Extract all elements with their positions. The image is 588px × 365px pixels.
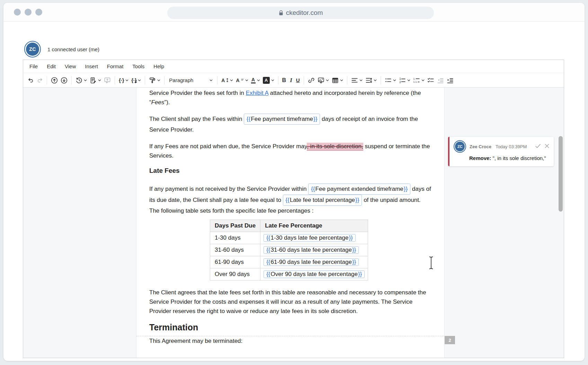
underline-icon: U	[296, 77, 300, 83]
chevron-down-icon	[340, 79, 343, 81]
discard-suggestion-button[interactable]	[544, 143, 550, 150]
merge-field-chip[interactable]: {{Fee payment timeframe}}	[244, 114, 320, 125]
table-header-cell: Late Fee Percentage	[260, 220, 368, 232]
paragraph: The Client agrees that the late fees set…	[149, 288, 432, 316]
paragraph: This Agreement may be terminated:	[149, 336, 432, 346]
history-clock-icon	[75, 77, 82, 84]
exhibit-a-link[interactable]: Exhibit A	[246, 90, 268, 96]
user-avatar: ZC	[24, 41, 41, 57]
url-text: ckeditor.com	[286, 9, 323, 17]
merge-field-chip[interactable]: {{Late fee total percentage}}	[283, 195, 362, 206]
italic-button[interactable]: I	[287, 75, 295, 86]
late-fee-table[interactable]: Days Past Due Late Fee Percentage 1-30 d…	[210, 220, 368, 281]
track-changes-button[interactable]	[88, 75, 103, 86]
window-controls[interactable]	[14, 9, 42, 16]
add-comment-button[interactable]	[103, 75, 112, 86]
link-icon	[308, 77, 315, 84]
window-minimize-button[interactable]	[25, 9, 32, 16]
tracked-deletion[interactable]: , in its sole discretion,	[307, 143, 363, 151]
toolbar-separator	[278, 76, 278, 84]
late-fees-heading: Late Fees	[149, 167, 432, 175]
comment-body: Remove: ", in its sole discretion,"	[469, 155, 550, 162]
to-do-list-button[interactable]	[426, 75, 436, 86]
address-bar[interactable]: ckeditor.com	[167, 7, 434, 19]
decrease-indent-button[interactable]	[436, 75, 445, 86]
connected-users-label: 1 connected user (me)	[47, 46, 99, 52]
multi-level-list-button[interactable]: 1.1.1.	[412, 75, 426, 86]
table-header-row: Days Past Due Late Fee Percentage	[210, 220, 368, 232]
document-page[interactable]: Service Provider the fees set forth in E…	[136, 88, 445, 358]
text-alignment-button[interactable]	[350, 75, 364, 86]
numbered-list-button[interactable]: 12	[398, 75, 412, 86]
line-height-button[interactable]	[364, 75, 378, 86]
insert-table-button[interactable]	[330, 75, 345, 86]
paragraph-style-dropdown[interactable]: Paragraph	[167, 75, 215, 86]
table-row: 1-30 days {{1-30 days late fee percentag…	[210, 232, 368, 244]
toolbar-separator	[217, 76, 217, 84]
window-zoom-button[interactable]	[35, 9, 42, 16]
paragraph: Service Provider the fees set forth in E…	[149, 88, 432, 107]
chevron-down-icon	[374, 79, 377, 81]
merge-field-chip[interactable]: {{1-30 days late fee percentage}}	[264, 234, 356, 242]
font-color-button[interactable]: A	[250, 75, 261, 86]
bulleted-list-button[interactable]	[383, 75, 398, 86]
chevron-down-icon	[138, 79, 141, 81]
outdent-icon	[437, 77, 444, 84]
merge-field-preview-button[interactable]: {·}	[130, 75, 142, 86]
import-document-button[interactable]	[50, 75, 59, 86]
text-cursor-pointer	[428, 256, 434, 271]
export-document-button[interactable]	[59, 75, 69, 86]
menu-format[interactable]: Format	[103, 60, 128, 73]
merge-field-icon: {·}	[119, 77, 124, 83]
menu-edit[interactable]: Edit	[42, 60, 60, 73]
comment-card[interactable]: ZC Zee Croce Today 03:39PM Remove: ", in…	[448, 137, 554, 166]
toolbar-separator	[145, 76, 145, 84]
chevron-down-icon	[210, 79, 213, 81]
link-button[interactable]	[306, 75, 316, 86]
font-background-color-button[interactable]: A	[261, 75, 276, 86]
window-close-button[interactable]	[14, 9, 21, 16]
menu-tools[interactable]: Tools	[128, 60, 149, 73]
editor-frame: File Edit View Insert Format Tools Help …	[23, 60, 564, 358]
download-circle-icon	[61, 77, 68, 84]
numbered-list-icon: 12	[399, 77, 406, 84]
menu-insert[interactable]: Insert	[80, 60, 103, 73]
accept-suggestion-button[interactable]	[535, 143, 541, 150]
chevron-down-icon	[393, 79, 396, 81]
insert-image-button[interactable]	[316, 75, 330, 86]
merge-field-chip[interactable]: {{61-90 days late fee percentage}}	[264, 258, 359, 266]
font-size-button[interactable]: A	[220, 75, 234, 86]
comment-avatar: ZC	[454, 140, 466, 153]
font-color-icon: A	[251, 77, 256, 83]
chevron-down-icon	[245, 79, 248, 81]
upload-circle-icon	[51, 77, 58, 84]
font-background-color-icon: A	[263, 77, 270, 84]
editor-menubar: File Edit View Insert Format Tools Help	[23, 60, 564, 73]
paragraph: If any Fees are not paid when due, the S…	[149, 142, 432, 160]
merge-field-chip[interactable]: {{Over 90 days late fee percentage}}	[264, 270, 365, 278]
undo-button[interactable]	[26, 75, 35, 86]
merge-field-chip[interactable]: {{31-60 days late fee percentage}}	[264, 246, 359, 254]
menu-view[interactable]: View	[60, 60, 80, 73]
lock-icon	[278, 10, 284, 16]
redo-button[interactable]	[35, 75, 44, 86]
merge-field-button[interactable]: {·}	[117, 75, 130, 86]
page-break-line: 2	[136, 336, 444, 336]
toolbar-separator	[115, 76, 115, 84]
chevron-down-icon	[359, 79, 363, 81]
sidebar-scrollbar-thumb[interactable]	[559, 136, 563, 212]
font-family-button[interactable]: A	[234, 75, 249, 86]
toolbar-separator	[164, 76, 164, 84]
align-left-icon	[351, 77, 358, 84]
menu-file[interactable]: File	[25, 60, 42, 73]
bold-button[interactable]: B	[281, 75, 288, 86]
revision-history-button[interactable]	[74, 75, 88, 86]
underline-button[interactable]: U	[295, 75, 301, 86]
menu-help[interactable]: Help	[149, 60, 169, 73]
toolbar-separator	[347, 76, 347, 84]
increase-indent-button[interactable]	[445, 75, 455, 86]
merge-field-preview-icon: {·}	[131, 77, 136, 83]
format-painter-button[interactable]	[148, 75, 162, 86]
merge-field-chip[interactable]: {{Fee payment extended timeframe}}	[308, 184, 410, 195]
indent-icon	[447, 77, 454, 84]
